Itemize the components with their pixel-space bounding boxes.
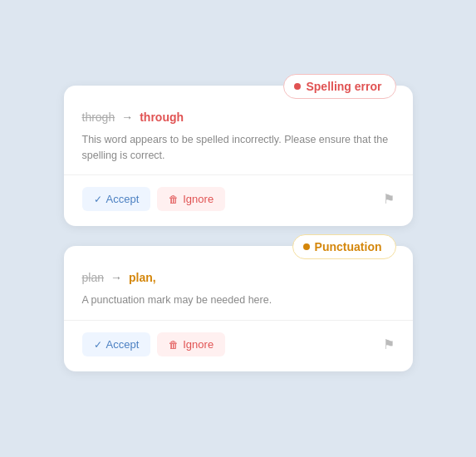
punctuation-flag-icon[interactable]: ⚑ xyxy=(383,337,395,352)
spelling-word-original: throgh xyxy=(82,111,115,124)
punctuation-word-original: plan xyxy=(82,271,104,284)
punctuation-word-line: plan → plan, xyxy=(82,271,395,284)
spelling-arrow-icon: → xyxy=(121,111,133,124)
spelling-flag-icon[interactable]: ⚑ xyxy=(383,191,395,207)
punctuation-accept-check-icon: ✓ xyxy=(94,339,102,351)
punctuation-accept-label: Accept xyxy=(106,338,140,351)
punctuation-btn-group: ✓ Accept 🗑 Ignore xyxy=(82,332,226,356)
punctuation-badge-label: Punctuation xyxy=(315,240,382,253)
spelling-error-dot xyxy=(294,83,301,90)
spelling-error-badge-label: Spelling error xyxy=(306,80,381,93)
punctuation-badge: Punctuation xyxy=(292,234,396,259)
spelling-error-card-wrapper: Spelling error throgh → through This wor… xyxy=(64,86,413,227)
spelling-divider xyxy=(64,174,413,175)
punctuation-description: A punctuation mark may be needed here. xyxy=(82,292,395,308)
accept-check-icon: ✓ xyxy=(94,194,102,205)
spelling-ignore-label: Ignore xyxy=(183,193,213,205)
punctuation-ignore-button[interactable]: 🗑 Ignore xyxy=(157,332,225,356)
punctuation-divider xyxy=(64,320,413,321)
punctuation-ignore-trash-icon: 🗑 xyxy=(169,339,179,351)
spelling-accept-label: Accept xyxy=(106,193,140,205)
punctuation-word-corrected: plan, xyxy=(129,271,156,284)
punctuation-card-wrapper: Punctuation plan → plan, A punctuation m… xyxy=(64,246,413,371)
punctuation-actions: ✓ Accept 🗑 Ignore ⚑ xyxy=(82,332,395,356)
ignore-trash-icon: 🗑 xyxy=(169,194,179,205)
spelling-error-card: throgh → through This word appears to be… xyxy=(64,86,413,227)
spelling-description: This word appears to be spelled incorrec… xyxy=(82,132,395,164)
spelling-error-badge: Spelling error xyxy=(283,74,395,99)
punctuation-arrow-icon: → xyxy=(110,271,122,284)
spelling-ignore-button[interactable]: 🗑 Ignore xyxy=(157,187,225,211)
spelling-accept-button[interactable]: ✓ Accept xyxy=(82,187,151,211)
spelling-actions: ✓ Accept 🗑 Ignore ⚑ xyxy=(82,187,395,211)
spelling-word-line: throgh → through xyxy=(82,111,395,124)
spelling-word-corrected: through xyxy=(140,111,184,124)
punctuation-ignore-label: Ignore xyxy=(183,338,213,351)
punctuation-card: plan → plan, A punctuation mark may be n… xyxy=(64,246,413,371)
punctuation-accept-button[interactable]: ✓ Accept xyxy=(82,332,151,356)
punctuation-dot xyxy=(303,243,310,250)
spelling-btn-group: ✓ Accept 🗑 Ignore xyxy=(82,187,226,211)
